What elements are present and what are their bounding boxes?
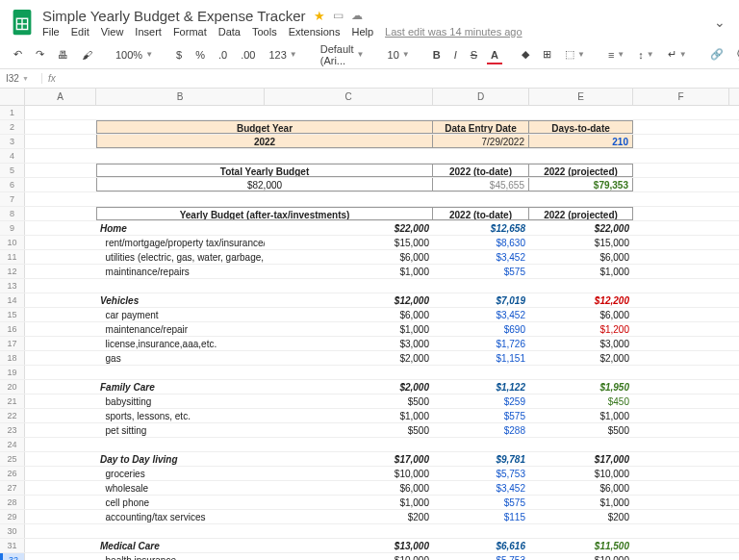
select-all-corner[interactable] [0, 89, 25, 105]
cell[interactable] [633, 395, 729, 408]
menu-tools[interactable]: Tools [252, 26, 277, 38]
col-header-f[interactable]: F [633, 89, 729, 105]
cell[interactable] [25, 192, 96, 206]
cell[interactable]: $575 [433, 265, 529, 278]
row-header[interactable]: 5 [0, 164, 25, 177]
cell[interactable]: $3,452 [433, 308, 529, 321]
cell[interactable]: maintinance/repairs [96, 265, 265, 278]
row-header[interactable]: 4 [0, 149, 25, 163]
cell[interactable]: Family Care [96, 380, 265, 394]
last-edit-link[interactable]: Last edit was 14 minutes ago [385, 26, 522, 38]
cell[interactable]: Data Entry Date [433, 120, 529, 134]
move-icon[interactable]: ▭ [333, 9, 344, 22]
col-header-b[interactable]: B [96, 89, 265, 105]
row-header[interactable]: 23 [0, 423, 25, 437]
menu-edit[interactable]: Edit [71, 26, 89, 38]
cell[interactable]: $13,000 [265, 539, 433, 552]
cell[interactable] [529, 279, 633, 293]
cell[interactable]: $6,000 [265, 308, 433, 321]
cell[interactable] [25, 236, 96, 249]
name-box[interactable]: I32▼ [0, 73, 42, 84]
cell[interactable]: $10,000 [529, 553, 633, 560]
cell[interactable] [25, 178, 96, 191]
cell[interactable]: car payment [96, 308, 265, 321]
cell[interactable]: 2022 (to-date) [433, 164, 529, 177]
row-header[interactable]: 32 [0, 553, 25, 560]
row-header[interactable]: 3 [0, 135, 25, 148]
row-header[interactable]: 30 [0, 524, 25, 538]
cell[interactable] [433, 366, 529, 379]
menu-format[interactable]: Format [173, 26, 207, 38]
cell[interactable]: $288 [433, 423, 529, 437]
cell[interactable] [25, 366, 96, 379]
cell[interactable] [633, 467, 729, 480]
cell[interactable]: pet sitting [96, 423, 265, 437]
cell[interactable]: Vehicles [96, 293, 265, 307]
cell[interactable] [633, 452, 729, 466]
cell[interactable]: $15,000 [529, 236, 633, 249]
cell[interactable] [25, 221, 96, 235]
cell[interactable] [633, 553, 729, 560]
cell[interactable] [633, 380, 729, 394]
cell[interactable] [96, 366, 265, 379]
cell[interactable] [633, 322, 729, 336]
cell[interactable] [529, 366, 633, 379]
col-header-a[interactable]: A [25, 89, 96, 105]
cell[interactable] [25, 293, 96, 307]
cell[interactable]: $12,000 [265, 293, 433, 307]
cell[interactable]: $22,000 [265, 221, 433, 235]
cloud-icon[interactable]: ☁ [351, 9, 363, 22]
cell[interactable] [25, 120, 96, 134]
cell[interactable] [433, 106, 529, 119]
menu-view[interactable]: View [101, 26, 124, 38]
cell[interactable]: Yearly Budget (after-tax/investments) [96, 207, 433, 220]
cell[interactable] [25, 265, 96, 278]
cell[interactable]: $115 [433, 510, 529, 523]
cell[interactable] [633, 337, 729, 350]
zoom-select[interactable]: 100%▼ [112, 47, 157, 63]
cell[interactable] [25, 409, 96, 422]
merge-icon[interactable]: ⬚▼ [561, 46, 589, 63]
cell[interactable] [25, 322, 96, 336]
cell[interactable] [633, 178, 729, 191]
cell[interactable]: $1,000 [529, 409, 633, 422]
cell[interactable]: $45,655 [433, 178, 529, 191]
valign-icon[interactable]: ↕▼ [634, 47, 657, 63]
cell[interactable] [633, 164, 729, 177]
cell[interactable]: $1,000 [265, 409, 433, 422]
menu-extensions[interactable]: Extensions [289, 26, 341, 38]
row-header[interactable]: 13 [0, 279, 25, 293]
cell[interactable] [25, 149, 96, 163]
cell[interactable] [433, 149, 529, 163]
fontsize-select[interactable]: 10▼ [384, 47, 414, 63]
paint-format-icon[interactable]: 🖌 [78, 47, 96, 63]
strike-icon[interactable]: S [467, 47, 481, 63]
cell[interactable] [633, 207, 729, 220]
cell[interactable]: $7,019 [433, 293, 529, 307]
cell[interactable] [529, 149, 633, 163]
col-header-d[interactable]: D [433, 89, 529, 105]
cell[interactable]: $17,000 [265, 452, 433, 466]
cell[interactable]: 7/29/2022 [433, 135, 529, 148]
format-select[interactable]: 123▼ [265, 47, 300, 63]
cell[interactable]: $2,000 [529, 351, 633, 365]
row-header[interactable]: 2 [0, 120, 25, 134]
menu-data[interactable]: Data [218, 26, 241, 38]
font-select[interactable]: Default (Ari...▼ [317, 41, 369, 68]
cell[interactable]: $1,200 [529, 322, 633, 336]
cell[interactable] [633, 308, 729, 321]
link-icon[interactable]: 🔗 [706, 46, 727, 63]
cell[interactable]: $1,000 [265, 265, 433, 278]
fill-color-icon[interactable]: ◆ [518, 46, 533, 63]
cell[interactable] [96, 149, 265, 163]
cell[interactable] [633, 120, 729, 134]
cell[interactable] [25, 395, 96, 408]
cell[interactable] [633, 524, 729, 538]
menu-help[interactable]: Help [351, 26, 373, 38]
undo-icon[interactable]: ↶ [10, 46, 26, 63]
row-header[interactable]: 25 [0, 452, 25, 466]
cell[interactable]: Days-to-date [529, 120, 633, 134]
cell[interactable] [633, 149, 729, 163]
cell[interactable] [633, 438, 729, 451]
cell[interactable]: $1,151 [433, 351, 529, 365]
